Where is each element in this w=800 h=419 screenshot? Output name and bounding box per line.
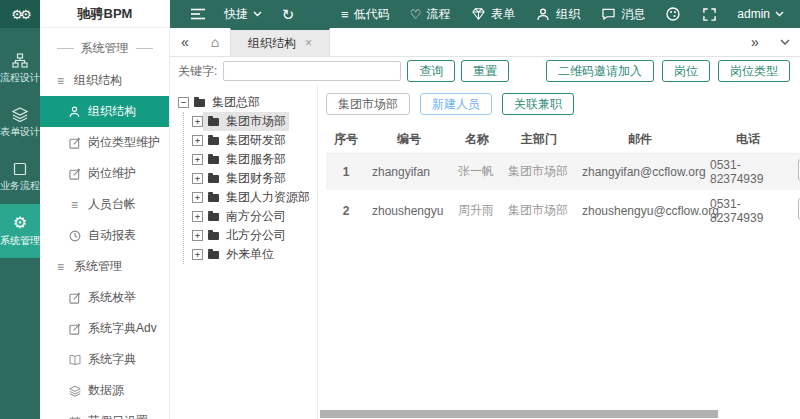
- tree-node-external-unit[interactable]: + 外来单位: [192, 245, 315, 264]
- theme-palette-icon[interactable]: [665, 6, 681, 22]
- top-bar: ⚙⚙ 驰骋BPM 快捷 ↻ ≡ 低代码 ♡ 流程: [0, 0, 800, 28]
- sidebar-item-person-ledger[interactable]: ≡ 人员台帐: [40, 189, 169, 220]
- post-type-button[interactable]: 岗位类型: [718, 60, 790, 82]
- sidebar-item-system-dict[interactable]: 系统字典: [40, 344, 169, 375]
- sidebar-item-post-maintain[interactable]: 岗位维护: [40, 158, 169, 189]
- sidebar-item-auto-report[interactable]: 自动报表: [40, 220, 169, 251]
- org-tree: − 集团总部 + 集团市场部 + 集团研发部: [170, 85, 318, 419]
- app-logo[interactable]: ⚙⚙: [0, 0, 40, 28]
- rail-item-flow-design[interactable]: 流程设计: [0, 42, 40, 96]
- qr-invite-button[interactable]: 二维码邀请加入: [546, 60, 654, 82]
- folder-icon: [208, 213, 219, 221]
- close-tab-icon[interactable]: ×: [305, 36, 312, 50]
- col-header-sn: 序号: [326, 126, 366, 153]
- rail-item-form-design[interactable]: 表单设计: [0, 96, 40, 150]
- search-button[interactable]: 查询: [407, 60, 455, 82]
- edit-icon: [68, 291, 81, 304]
- menu-form[interactable]: 表单: [470, 6, 515, 23]
- folder-icon: [208, 251, 219, 259]
- sidebar-item-datasource[interactable]: 数据源: [40, 375, 169, 406]
- expand-expander-icon[interactable]: +: [192, 135, 203, 146]
- menu-flow[interactable]: ♡ 流程: [410, 6, 451, 23]
- folder-icon: [208, 156, 219, 164]
- menu-lowcode[interactable]: ≡ 低代码: [341, 6, 390, 23]
- tabs-forward-icon[interactable]: »: [740, 28, 770, 56]
- col-header-dept: 主部门: [502, 126, 576, 153]
- folder-icon: [208, 118, 219, 126]
- chevron-down-icon: [253, 11, 262, 17]
- sidebar-item-system-dict-adv[interactable]: 系统字典Adv: [40, 313, 169, 344]
- table-row[interactable]: 2 zhoushengyu 周升雨 集团市场部 zhoushengyu@ccfl…: [326, 191, 800, 229]
- gem-icon: [470, 6, 486, 22]
- app-title: 驰骋BPM: [40, 0, 170, 28]
- message-icon: [600, 6, 616, 22]
- quick-menu[interactable]: 快捷: [224, 6, 262, 23]
- tree-node-root[interactable]: − 集团总部: [178, 93, 315, 112]
- expand-expander-icon[interactable]: +: [192, 211, 203, 222]
- main-area: « ⌂ 组织结构 × » 关键字: 查询 重置 二维码邀请加入: [170, 28, 800, 419]
- col-header-tel: 电话: [704, 126, 792, 153]
- content-area: − 集团总部 + 集团市场部 + 集团研发部: [170, 85, 800, 419]
- menu-message[interactable]: 消息: [600, 6, 645, 23]
- sidebar-section-system[interactable]: ≡ 系统管理: [40, 251, 169, 282]
- list-icon: ≡: [54, 260, 67, 273]
- new-person-button[interactable]: 新建人员: [420, 93, 492, 115]
- sidebar-item-post-type[interactable]: 岗位类型维护: [40, 127, 169, 158]
- home-icon[interactable]: ⌂: [200, 28, 230, 56]
- tabs-dropdown-icon[interactable]: [770, 28, 800, 56]
- calendar-icon: [68, 415, 81, 419]
- folder-icon: [208, 137, 219, 145]
- username: admin: [737, 7, 770, 21]
- sidebar-item-org-structure[interactable]: 组织结构: [40, 96, 169, 127]
- expand-expander-icon[interactable]: +: [192, 249, 203, 260]
- edit-icon: [68, 136, 81, 149]
- square-icon: [13, 162, 27, 176]
- edit-icon: [68, 167, 81, 180]
- menu-org[interactable]: 组织: [535, 6, 580, 23]
- horizontal-scrollbar[interactable]: [320, 410, 718, 418]
- clock-icon: [68, 229, 81, 242]
- tree-node-market-dept[interactable]: + 集团市场部: [192, 112, 315, 131]
- tree-node-hr-dept[interactable]: + 集团人力资源部: [192, 188, 315, 207]
- tree-node-service-dept[interactable]: + 集团服务部: [192, 150, 315, 169]
- expand-expander-icon[interactable]: +: [192, 154, 203, 165]
- table-row[interactable]: 1 zhangyifan 张一帆 集团市场部 zhangyifan@ccflow…: [326, 153, 800, 191]
- user-icon: [68, 105, 81, 118]
- search-toolbar: 关键字: 查询 重置 二维码邀请加入 岗位 岗位类型: [170, 57, 800, 85]
- tab-org-structure[interactable]: 组织结构 ×: [230, 28, 330, 56]
- folder-icon: [208, 175, 219, 183]
- tabs-collapse-icon[interactable]: «: [170, 28, 200, 56]
- link-parttime-button[interactable]: 关联兼职: [502, 93, 574, 115]
- collapse-menu-icon[interactable]: [190, 6, 206, 22]
- gear-icon: ⚙: [13, 215, 27, 231]
- module-rail: 流程设计 表单设计 业务流程 ⚙ 系统管理: [0, 28, 40, 419]
- fullscreen-icon[interactable]: [701, 6, 717, 22]
- layers-icon: [12, 107, 28, 122]
- expand-expander-icon[interactable]: +: [192, 116, 203, 127]
- tree-node-rd-dept[interactable]: + 集团研发部: [192, 131, 315, 150]
- refresh-icon[interactable]: ↻: [280, 6, 296, 22]
- tree-node-finance-dept[interactable]: + 集团财务部: [192, 169, 315, 188]
- expand-expander-icon[interactable]: +: [192, 230, 203, 241]
- list-icon: ≡: [68, 198, 81, 211]
- post-button[interactable]: 岗位: [662, 60, 710, 82]
- sidebar-section-org[interactable]: ≡ 组织结构: [40, 65, 169, 96]
- collapse-expander-icon[interactable]: −: [178, 97, 189, 108]
- sidebar: 系统管理 ≡ 组织结构 组织结构 岗位类型维护: [40, 28, 170, 419]
- user-menu[interactable]: admin: [737, 7, 784, 21]
- app-window: ⚙⚙ 驰骋BPM 快捷 ↻ ≡ 低代码 ♡ 流程: [0, 0, 800, 419]
- tree-node-south-branch[interactable]: + 南方分公司: [192, 207, 315, 226]
- sidebar-item-holiday-settings[interactable]: 节假日设置: [40, 406, 169, 419]
- current-dept-button[interactable]: 集团市场部: [326, 93, 410, 115]
- book-icon: [68, 353, 81, 366]
- expand-expander-icon[interactable]: +: [192, 173, 203, 184]
- sitemap-icon: [12, 53, 28, 68]
- user-icon: [535, 6, 551, 22]
- tree-node-north-branch[interactable]: + 北方分公司: [192, 226, 315, 245]
- rail-item-system-admin[interactable]: ⚙ 系统管理: [0, 204, 40, 258]
- rail-item-business-process[interactable]: 业务流程: [0, 150, 40, 204]
- sidebar-item-system-enum[interactable]: 系统枚举: [40, 282, 169, 313]
- keyword-input[interactable]: [223, 61, 401, 81]
- expand-expander-icon[interactable]: +: [192, 192, 203, 203]
- reset-button[interactable]: 重置: [461, 60, 509, 82]
